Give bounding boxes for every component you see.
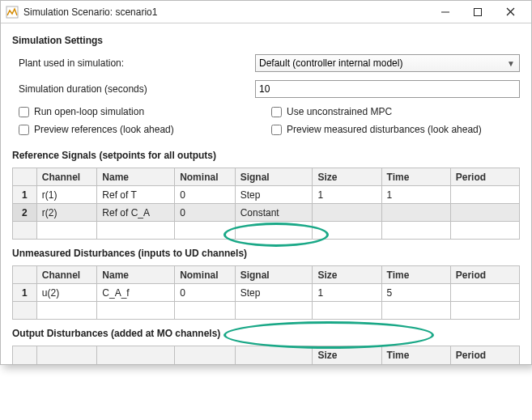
preview-md-checkbox[interactable]: Preview measured disturbances (look ahea…: [271, 124, 520, 135]
cell-size[interactable]: [313, 204, 381, 222]
reference-signals-heading: Reference Signals (setpoints for all out…: [12, 150, 520, 161]
col-nominal[interactable]: Nominal: [175, 266, 236, 284]
preview-refs-label: Preview references (look ahead): [34, 124, 174, 135]
cell-period[interactable]: [450, 204, 519, 222]
col-nominal[interactable]: Nominal: [175, 168, 236, 186]
cell-nominal[interactable]: 0: [175, 204, 236, 222]
open-loop-checkbox[interactable]: Run open-loop simulation: [19, 106, 271, 117]
cell-signal[interactable]: Step: [235, 284, 313, 302]
cell-period[interactable]: [450, 186, 519, 204]
minimize-button[interactable]: [429, 2, 462, 22]
cell-size[interactable]: 1: [313, 186, 381, 204]
cell-channel[interactable]: r(1): [36, 186, 97, 204]
col-size[interactable]: Size: [313, 168, 381, 186]
col-size[interactable]: Size: [313, 266, 381, 284]
app-icon: [6, 6, 19, 19]
content-area: Simulation Settings Plant used in simula…: [1, 23, 531, 364]
maximize-button[interactable]: [462, 2, 494, 22]
preview-refs-checkbox[interactable]: Preview references (look ahead): [19, 124, 271, 135]
cell-channel[interactable]: u(2): [36, 284, 97, 302]
col-period[interactable]: Period: [450, 346, 519, 364]
reference-signals-table[interactable]: Channel Name Nominal Signal Size Time Pe…: [12, 168, 520, 240]
col-time[interactable]: Time: [381, 266, 450, 284]
cell-time[interactable]: 1: [381, 186, 450, 204]
col-channel[interactable]: Channel: [36, 266, 97, 284]
unconstrained-checkbox[interactable]: Use unconstrained MPC: [271, 106, 520, 117]
window-title: Simulation Scenario: scenario1: [23, 6, 157, 18]
row-index: 2: [13, 204, 37, 222]
col-signal[interactable]: Signal: [235, 168, 313, 186]
col-time[interactable]: Time: [381, 346, 450, 364]
row-index: 1: [13, 284, 37, 302]
table-row-empty: [13, 302, 520, 320]
table-row[interactable]: 2 r(2) Ref of C_A 0 Constant: [13, 204, 520, 222]
unconstrained-checkbox-input[interactable]: [271, 107, 282, 117]
open-loop-label: Run open-loop simulation: [34, 106, 144, 117]
col-period[interactable]: Period: [450, 266, 519, 284]
cell-signal[interactable]: Constant: [235, 204, 313, 222]
preview-refs-checkbox-input[interactable]: [19, 125, 29, 135]
cell-name[interactable]: Ref of C_A: [97, 204, 175, 222]
duration-input[interactable]: [255, 80, 520, 98]
preview-md-checkbox-input[interactable]: [271, 125, 282, 135]
table-row[interactable]: 1 r(1) Ref of T 0 Step 1 1: [13, 186, 520, 204]
cell-time[interactable]: 5: [381, 284, 450, 302]
cell-time[interactable]: [381, 204, 450, 222]
col-channel[interactable]: Channel: [36, 168, 97, 186]
close-button[interactable]: [494, 2, 526, 22]
open-loop-checkbox-input[interactable]: [19, 107, 29, 117]
col-time[interactable]: Time: [381, 168, 450, 186]
cell-channel[interactable]: r(2): [36, 204, 97, 222]
unmeasured-disturbances-heading: Unmeasured Disturbances (inputs to UD ch…: [12, 248, 520, 259]
plant-label: Plant used in simulation:: [12, 57, 255, 69]
cell-name[interactable]: C_A_f: [97, 284, 175, 302]
duration-label: Simulation duration (seconds): [12, 83, 255, 95]
table-header-row: Channel Name Nominal Signal Size Time Pe…: [13, 266, 520, 284]
col-period[interactable]: Period: [450, 168, 519, 186]
cell-period[interactable]: [450, 284, 519, 302]
rownum-header: [13, 168, 37, 186]
col-size[interactable]: Size: [313, 346, 381, 364]
table-header-row: Channel Name Nominal Signal Size Time Pe…: [13, 168, 520, 186]
unconstrained-label: Use unconstrained MPC: [287, 106, 392, 117]
output-disturbances-heading: Output Disturbances (added at MO channel…: [12, 328, 520, 339]
titlebar: Simulation Scenario: scenario1: [1, 1, 531, 23]
cell-nominal[interactable]: 0: [175, 284, 236, 302]
table-header-row: Size Time Period: [13, 346, 520, 364]
cell-nominal[interactable]: 0: [175, 186, 236, 204]
settings-heading: Simulation Settings: [12, 35, 520, 46]
col-name[interactable]: Name: [97, 266, 175, 284]
unmeasured-disturbances-table[interactable]: Channel Name Nominal Signal Size Time Pe…: [12, 265, 520, 320]
svg-rect-3: [475, 8, 482, 15]
rownum-header: [13, 266, 37, 284]
table-row-empty: [13, 222, 520, 240]
output-disturbances-table[interactable]: Size Time Period: [12, 346, 520, 364]
preview-md-label: Preview measured disturbances (look ahea…: [287, 124, 482, 135]
col-name[interactable]: Name: [97, 168, 175, 186]
cell-name[interactable]: Ref of T: [97, 186, 175, 204]
row-index: 1: [13, 186, 37, 204]
dialog-window: Simulation Scenario: scenario1 Simulatio…: [0, 0, 532, 365]
col-signal[interactable]: Signal: [235, 266, 313, 284]
plant-select[interactable]: Default (controller internal model): [255, 54, 520, 72]
cell-signal[interactable]: Step: [235, 186, 313, 204]
table-row[interactable]: 1 u(2) C_A_f 0 Step 1 5: [13, 284, 520, 302]
cell-size[interactable]: 1: [313, 284, 381, 302]
